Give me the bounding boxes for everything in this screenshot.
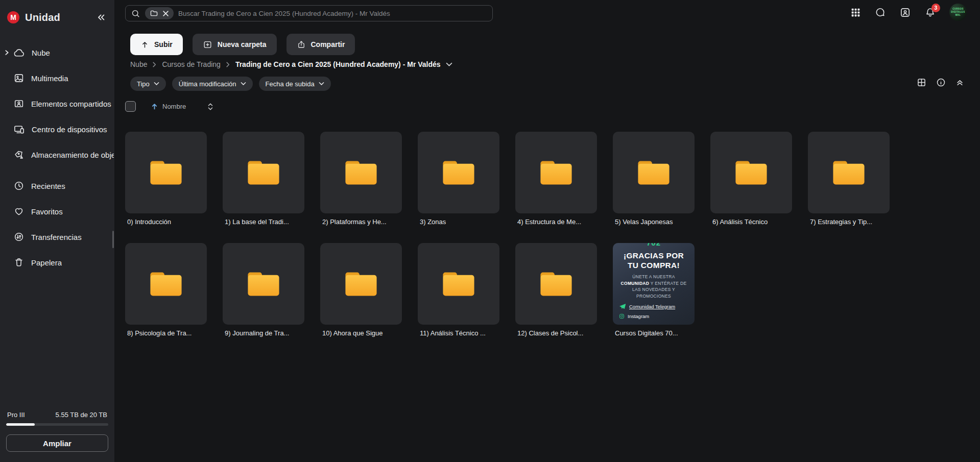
search-bar[interactable] — [125, 5, 493, 21]
file-card-folder[interactable]: 9) Journaling de Tra... — [223, 243, 304, 337]
folder-tile[interactable] — [223, 243, 304, 325]
sort-toggle-icon[interactable] — [207, 103, 213, 111]
apps-grid-button[interactable] — [850, 7, 861, 18]
grid-view-button[interactable] — [916, 77, 927, 88]
upload-button[interactable]: Subir — [130, 34, 183, 55]
file-name: 8) Psicología de Tra... — [125, 329, 207, 337]
search-scope-chip[interactable] — [145, 7, 174, 19]
file-card-folder[interactable]: 10) Ahora que Sigue — [320, 243, 402, 337]
file-card-image[interactable]: 702 ¡GRACIAS POR TU COMPRA! ÚNETE A NUES… — [613, 243, 695, 337]
file-card-folder[interactable]: 6) Análisis Técnico — [710, 132, 792, 226]
sidebar-item-recientes[interactable]: Recientes — [0, 173, 114, 199]
chat-bubble-icon — [874, 7, 886, 18]
folder-icon — [637, 159, 671, 186]
storage-usage: 5.55 TB de 20 TB — [56, 411, 107, 419]
new-folder-button[interactable]: Nueva carpeta — [193, 34, 277, 55]
sidebar-item-centro-dispositivos[interactable]: Centro de dispositivos — [0, 116, 114, 142]
sidebar-item-almacenamiento-objetos[interactable]: Almacenamiento de objetos — [0, 142, 114, 167]
storage-panel: Pro III 5.55 TB de 20 TB Ampliar — [0, 411, 114, 462]
folder-tile[interactable] — [320, 243, 402, 325]
image-icon — [13, 72, 25, 84]
thumb-subtitle: ÚNETE A NUESTRA COMUNIDAD Y ENTÉRATE DE … — [613, 274, 695, 300]
avatar-text: CURSOS DIGITALES MXL — [949, 8, 967, 17]
chat-button[interactable] — [874, 7, 886, 18]
folder-icon — [832, 159, 866, 186]
file-name: 11) Análisis Técnico ... — [418, 329, 499, 337]
image-thumbnail[interactable]: 702 ¡GRACIAS POR TU COMPRA! ÚNETE A NUES… — [613, 243, 695, 325]
sidebar-item-papelera[interactable]: Papelera — [0, 250, 114, 275]
search-input[interactable] — [178, 10, 487, 17]
file-card-folder[interactable]: 7) Estrategias y Tip... — [808, 132, 890, 226]
folder-tile[interactable] — [710, 132, 792, 213]
info-icon — [936, 77, 946, 88]
notifications-button[interactable]: 3 — [924, 7, 936, 18]
folder-tile[interactable] — [418, 132, 499, 213]
breadcrumb-current[interactable]: Trading de Cero a Cien 2025 (Hundred Aca… — [235, 60, 441, 68]
file-card-folder[interactable]: 11) Análisis Técnico ... — [418, 243, 499, 337]
sidebar-item-transferencias[interactable]: Transferencias — [0, 224, 114, 250]
clear-scope-icon[interactable] — [163, 11, 169, 16]
topbar-icons: 3 CURSOS DIGITALES MXL — [850, 4, 967, 21]
share-button[interactable]: Compartir — [286, 34, 355, 55]
folder-tile[interactable] — [125, 132, 207, 213]
breadcrumb-root[interactable]: Nube — [130, 60, 147, 68]
filter-tipo[interactable]: Tipo — [130, 77, 166, 91]
search-icon — [131, 9, 140, 18]
storage-progress-fill — [6, 423, 35, 426]
sidebar-item-favoritos[interactable]: Favoritos — [0, 199, 114, 224]
file-card-folder[interactable]: 3) Zonas — [418, 132, 499, 226]
sidebar-collapse-button[interactable] — [95, 11, 107, 23]
file-name: 2) Plataformas y He... — [320, 218, 402, 226]
chevron-right-icon — [152, 62, 157, 67]
mega-logo-icon[interactable]: M — [7, 11, 19, 23]
folder-small-icon — [150, 10, 158, 17]
filter-ultima-modificacion[interactable]: Última modificación — [172, 77, 253, 91]
file-card-folder[interactable]: 2) Plataformas y He... — [320, 132, 402, 226]
folder-icon — [149, 159, 183, 186]
sidebar-item-nube[interactable]: Nube — [0, 40, 114, 65]
folder-icon — [539, 159, 573, 186]
sidebar-item-elementos-compartidos[interactable]: Elementos compartidos — [0, 91, 114, 116]
nav-group-gap — [0, 167, 114, 173]
file-card-folder[interactable]: 0) Introducción — [125, 132, 207, 226]
share-icon — [297, 40, 306, 49]
folder-tile[interactable] — [515, 243, 597, 325]
sidebar-item-multimedia[interactable]: Multimedia — [0, 65, 114, 91]
file-card-folder[interactable]: 12) Clases de Psicol... — [515, 243, 597, 337]
sidebar-scrollbar-thumb[interactable] — [112, 231, 114, 248]
upload-arrow-icon — [140, 40, 149, 49]
avatar[interactable]: CURSOS DIGITALES MXL — [949, 4, 967, 21]
logo-row: M Unidad — [0, 0, 114, 27]
sort-ascending-icon[interactable] — [151, 103, 158, 110]
info-button[interactable] — [936, 77, 946, 88]
sort-column-label[interactable]: Nombre — [162, 103, 186, 110]
file-card-folder[interactable]: 8) Psicología de Tra... — [125, 243, 207, 337]
file-name: 5) Velas Japonesas — [613, 218, 695, 226]
folder-tile[interactable] — [125, 243, 207, 325]
folder-tile[interactable] — [808, 132, 890, 213]
list-header: Nombre — [125, 101, 213, 112]
file-card-folder[interactable]: 1) La base del Tradi... — [223, 132, 304, 226]
breadcrumb-parent[interactable]: Cursos de Trading — [162, 60, 220, 68]
chevron-right-icon[interactable] — [4, 50, 10, 56]
filter-chips: Tipo Última modificación Fecha de subida — [130, 77, 331, 91]
sidebar-item-label: Multimedia — [31, 74, 68, 83]
contacts-button[interactable] — [899, 7, 911, 18]
file-card-folder[interactable]: 4) Estructura de Me... — [515, 132, 597, 226]
sidebar-item-label: Centro de dispositivos — [32, 125, 107, 134]
upgrade-button[interactable]: Ampliar — [6, 434, 108, 452]
file-card-folder[interactable]: 5) Velas Japonesas — [613, 132, 695, 226]
filter-fecha-subida[interactable]: Fecha de subida — [259, 77, 331, 91]
folder-tile[interactable] — [418, 243, 499, 325]
chevron-down-icon — [241, 82, 246, 86]
folder-tile[interactable] — [613, 132, 695, 213]
double-chevron-left-icon — [96, 12, 106, 22]
chevron-down-icon[interactable] — [446, 62, 452, 67]
collapse-panel-button[interactable] — [955, 78, 965, 87]
notification-badge: 3 — [931, 4, 940, 12]
folder-tile[interactable] — [320, 132, 402, 213]
folder-tile[interactable] — [515, 132, 597, 213]
folder-tile[interactable] — [223, 132, 304, 213]
object-storage-icon — [13, 149, 25, 160]
select-all-checkbox[interactable] — [125, 101, 136, 112]
